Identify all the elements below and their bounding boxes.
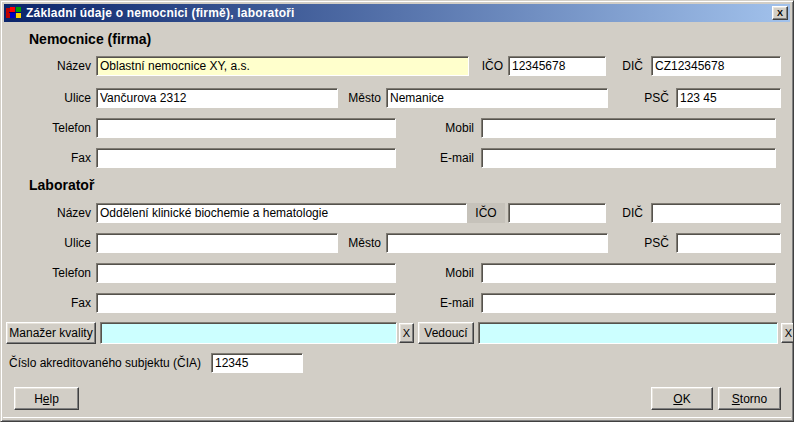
lab-fax-label: Fax: [21, 293, 91, 313]
hospital-nazev-input[interactable]: [96, 56, 469, 76]
lab-dic-input[interactable]: [651, 203, 781, 223]
window-title: Základní údaje o nemocnici (firmě), labo…: [26, 6, 295, 20]
laboratory-section-heading: Laboratoř: [29, 177, 94, 193]
storno-button[interactable]: Storno: [718, 387, 781, 410]
quality-manager-input[interactable]: [100, 322, 397, 344]
help-label-post: lp: [50, 392, 59, 406]
close-button[interactable]: X: [772, 6, 788, 20]
hospital-dic-input[interactable]: [651, 56, 781, 76]
window-bottom-edge: [3, 417, 791, 418]
help-label-accel: e: [43, 392, 50, 406]
help-label-pre: H: [34, 392, 43, 406]
hospital-dic-label: DIČ: [593, 56, 643, 76]
head-input[interactable]: [478, 322, 778, 344]
app-icon: [6, 5, 22, 21]
quality-manager-button[interactable]: Manažer kvality: [6, 322, 96, 344]
hospital-mesto-input[interactable]: [386, 88, 608, 108]
hospital-mobil-label: Mobil: [406, 118, 474, 138]
head-button[interactable]: Vedoucí: [418, 322, 474, 344]
hospital-telefon-input[interactable]: [96, 118, 396, 138]
hospital-fax-label: Fax: [21, 148, 91, 168]
lab-psc-input[interactable]: [676, 233, 781, 253]
lab-email-input[interactable]: [481, 293, 776, 313]
lab-dic-label: DIČ: [593, 203, 643, 223]
lab-ico-label: IČO: [467, 203, 505, 223]
storno-label-post: torno: [740, 392, 767, 406]
hospital-ulice-input[interactable]: [96, 88, 338, 108]
lab-mobil-label: Mobil: [406, 263, 474, 283]
hospital-ico-label: IČO: [453, 56, 503, 76]
hospital-mobil-input[interactable]: [481, 118, 776, 138]
lab-ico-input[interactable]: [508, 203, 606, 223]
lab-psc-label: PSČ: [619, 233, 669, 253]
help-button[interactable]: Help: [14, 387, 79, 410]
lab-ulice-input[interactable]: [96, 233, 338, 253]
ok-label-accel: O: [673, 392, 682, 406]
lab-mesto-label: Město: [311, 233, 381, 253]
hospital-fax-input[interactable]: [96, 148, 396, 168]
hospital-email-input[interactable]: [481, 148, 776, 168]
lab-telefon-input[interactable]: [96, 263, 396, 283]
lab-nazev-label: Název: [21, 203, 91, 223]
hospital-psc-label: PSČ: [619, 88, 669, 108]
accreditation-number-input[interactable]: [211, 353, 303, 373]
title-bar[interactable]: Základní údaje o nemocnici (firmě), labo…: [4, 4, 790, 22]
lab-telefon-label: Telefon: [21, 263, 91, 283]
lab-fax-input[interactable]: [96, 293, 396, 313]
lab-email-label: E-mail: [406, 293, 474, 313]
hospital-ulice-label: Ulice: [21, 88, 91, 108]
hospital-email-label: E-mail: [406, 148, 474, 168]
hospital-mesto-label: Město: [311, 88, 381, 108]
lab-mobil-input[interactable]: [481, 263, 776, 283]
lab-mesto-input[interactable]: [386, 233, 608, 253]
close-icon: X: [777, 8, 783, 18]
ok-button[interactable]: OK: [651, 387, 713, 410]
storno-label-accel: S: [732, 392, 740, 406]
hospital-telefon-label: Telefon: [21, 118, 91, 138]
lab-nazev-input[interactable]: [96, 203, 467, 223]
hospital-psc-input[interactable]: [676, 88, 781, 108]
quality-manager-clear-button[interactable]: X: [399, 323, 414, 343]
head-clear-button[interactable]: X: [781, 323, 794, 343]
lab-ulice-label: Ulice: [21, 233, 91, 253]
hospital-section-heading: Nemocnice (firma): [29, 31, 151, 47]
ok-label-post: K: [683, 392, 691, 406]
accreditation-label: Číslo akreditovaného subjektu (ČIA): [9, 353, 209, 373]
hospital-ico-input[interactable]: [508, 56, 606, 76]
hospital-nazev-label: Název: [21, 56, 91, 76]
dialog-window: Základní údaje o nemocnici (firmě), labo…: [0, 0, 794, 422]
